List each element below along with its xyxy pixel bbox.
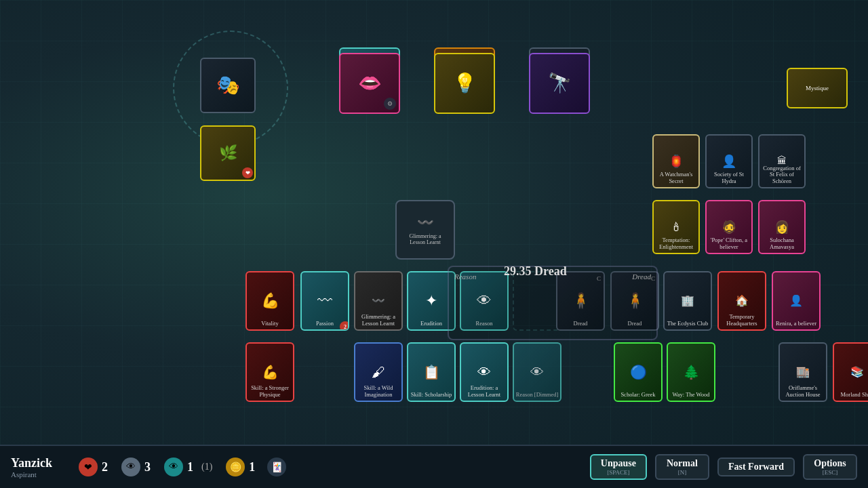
skill-wild-card[interactable]: 🖌 Skill: a Wild Imagination [354,342,403,402]
fast-forward-label: Fast Forward [728,462,784,472]
player-info: Yanzick Aspirant [11,456,65,479]
slot5-top-card[interactable]: 74.1s Mystique [787,68,848,108]
tooltip-label: Glimmering: a Lesson Learnt [402,233,448,245]
oriflamme-card[interactable]: 🏬 Oriflamme's Auction House [778,342,827,402]
funds-value: 1 [249,460,255,474]
temp-hq-card[interactable]: 🏠 Temporary Headquarters [717,271,766,331]
glimmering-card[interactable]: 37.0s 〰️ Glimmering: a Lesson Learnt [354,271,403,331]
ecdysis-label: The Ecdysis Club [665,321,711,327]
erudition-lesson-label: Erudition: a Lesson Learnt [461,385,507,398]
watchman-card[interactable]: 🏮 A Watchman's Secret [652,134,700,188]
dread2-label: Dread [612,321,658,327]
heart-badge: ❤ [242,167,253,178]
reason-icon: 👁 [164,458,183,476]
scholar-greek-card[interactable]: 🔵 Scholar: Greek [614,342,663,402]
scholar-greek-label: Scholar: Greek [615,392,661,398]
way-wood-card[interactable]: 🌲 Way: The Wood [667,342,715,402]
temp-hq-label: Temporary Headquarters [719,314,765,327]
passion-icon: 👁 [121,458,140,476]
glimmering-tooltip: 〰️ Glimmering: a Lesson Learnt [395,200,455,260]
slot4-bot-card[interactable]: 🔭 [529,53,590,114]
vitality-label: Vitality [247,321,293,327]
reason-value: 1 [187,460,193,474]
bot-badge: ⚙ [384,98,396,110]
player-name: Yanzick [11,456,65,470]
society-card[interactable]: 👤 Society of St Hydra [705,134,753,188]
normal-button[interactable]: Normal [N] [655,454,709,480]
erudition-lesson-card[interactable]: 👁 Erudition: a Lesson Learnt [460,342,509,402]
normal-shortcut: [N] [678,469,687,476]
health-stat: ❤ 2 [79,458,108,476]
reason-card[interactable]: 👁 Reason [460,271,509,331]
skill-scholarship-label: Skill: Scholarship [408,392,454,398]
reason-label: Reason [461,321,507,327]
slot5-label: Mystique [806,85,829,92]
normal-label: Normal [667,458,698,469]
temptation-label: Temptation: Enlightenment [654,237,698,250]
coin-icon: 🪙 [226,458,245,476]
health-value: 2 [102,460,108,474]
passion-card[interactable]: 〰 Passion 2 [300,271,349,331]
deck-icon: 🃏 [267,458,286,476]
renira-label: Renira, a believer [773,321,819,327]
society-label: Society of St Hydra [707,171,751,184]
way-wood-label: Way: The Wood [668,392,714,398]
passion-stat: 👁 3 [121,458,151,476]
skill-wild-label: Skill: a Wild Imagination [355,385,401,398]
options-label: Options [814,458,846,469]
erudition-card[interactable]: ✦ Erudition [407,271,456,331]
sulochana-label: Sulochana Amavasya [760,237,804,250]
options-button[interactable]: Options [ESC] [803,454,857,480]
morland-label: Morland Shop [834,392,868,398]
reason-stat: 👁 1 [164,458,193,476]
health-icon: ❤ [79,458,98,476]
reason-dimmed-label: Reason [Dimmed] [514,392,560,398]
slot1-bot-card[interactable]: 🌿 ❤ [200,125,256,181]
slot2-bot-card[interactable]: 👄 ⚙ [339,53,400,114]
unpause-label: Unpause [601,458,636,469]
player-role: Aspirant [11,470,65,479]
watchman-label: A Watchman's Secret [654,171,698,184]
skill-scholarship-card[interactable]: 📋 Skill: Scholarship [407,342,456,402]
pope-clifton-label: 'Pope' Clifton, a believer [707,237,751,250]
skill-physique-label: Skill: a Stronger Physique [247,385,293,398]
morland-card[interactable]: 📚 Morland Shop [833,342,868,402]
passion-badge: 2 [340,321,349,331]
dread2-card[interactable]: C 🧍 Dread [610,271,659,331]
fast-forward-button[interactable]: Fast Forward [717,458,795,476]
bottom-bar: Yanzick Aspirant ❤ 2 👁 3 👁 1 (1) 🪙 1 🃏 U… [0,445,868,488]
skill-physique-card[interactable]: 💪 Skill: a Stronger Physique [245,342,294,402]
temptation-card[interactable]: 🕯 Temptation: Enlightenment [652,200,700,254]
sulochana-card[interactable]: 👩 Sulochana Amavasya [758,200,806,254]
reason-dimmed-card[interactable]: 16.0s 👁 Reason [Dimmed] [513,342,561,402]
dread1-label: Dread [557,321,604,327]
erudition-label: Erudition [408,321,454,327]
congregation-card[interactable]: 🏛 Congregation of St Felix of Schören [758,134,806,188]
dread1-card[interactable]: 29.3s C 🧍 Dread [556,271,605,331]
funds-paren: (1) [201,462,212,472]
glimmering-label: Glimmering: a Lesson Learnt [355,314,401,327]
funds-stat: 🪙 1 [226,458,255,476]
options-shortcut: [ESC] [823,469,838,476]
unpause-button[interactable]: Unpause [SPACE] [590,454,647,480]
pope-clifton-card[interactable]: 🧔 'Pope' Clifton, a believer [705,200,753,254]
vitality-card[interactable]: 17.6s 💪 Vitality [245,271,294,331]
slot1-top-card[interactable]: 7.7s 🎭 [200,58,256,113]
slot3-bot-card[interactable]: 💡 [434,53,495,114]
empty-slot-1 [513,271,561,331]
ecdysis-card[interactable]: 🏢 The Ecdysis Club [663,271,712,331]
congregation-label: Congregation of St Felix of Schören [760,165,804,184]
oriflamme-label: Oriflamme's Auction House [780,385,826,398]
renira-card[interactable]: 👤 Renira, a believer [772,271,821,331]
unpause-shortcut: [SPACE] [607,469,629,476]
passion-value: 3 [144,460,151,474]
